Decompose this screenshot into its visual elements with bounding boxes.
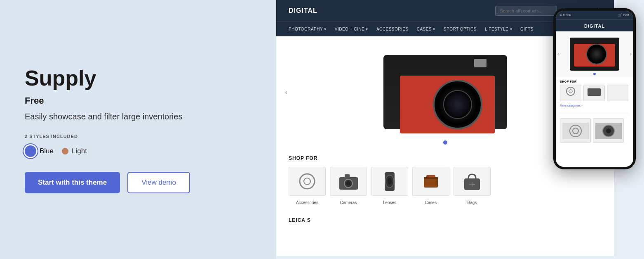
mobile-screen: ≡ Menu 🛒 Cart DIGITAL ‹ [556, 11, 633, 167]
mobile-logo: DIGITAL [584, 24, 605, 29]
leica-cam-2 [593, 118, 624, 143]
start-theme-button[interactable]: Start with this theme [25, 172, 120, 193]
mobile-cat-lenses[interactable] [607, 85, 628, 102]
mobile-category-row [560, 85, 629, 102]
theme-description: Easily showcase and filter large invento… [25, 112, 251, 121]
mobile-camera [570, 38, 619, 71]
view-demo-button[interactable]: View demo [127, 172, 190, 193]
left-panel: Supply Free Easily showcase and filter l… [0, 0, 276, 259]
svg-point-24 [606, 128, 611, 133]
svg-point-4 [346, 181, 350, 185]
mobile-shop-for-title: SHOP FOR [560, 80, 629, 83]
mobile-menu-label: ≡ Menu [560, 13, 571, 17]
svg-point-1 [304, 178, 310, 185]
nav-lifestyle[interactable]: LIFESTYLE ▾ [485, 27, 512, 31]
nav-sport-optics[interactable]: SPORT OPTICS [444, 27, 477, 31]
category-bags[interactable]: Bags [454, 167, 491, 206]
cam-viewfinder [474, 59, 487, 67]
cameras-img [330, 167, 367, 196]
leica-title: LEICA S [289, 217, 602, 223]
style-option-blue[interactable]: Blue [25, 145, 54, 157]
bags-label: Bags [468, 200, 477, 205]
bags-img [454, 167, 491, 196]
svg-point-15 [566, 87, 575, 95]
mobile-cat-cameras[interactable] [583, 85, 605, 102]
cases-label: Cases [425, 200, 437, 205]
mobile-preview: ≡ Menu 🛒 Cart DIGITAL ‹ [553, 8, 636, 169]
style-option-light[interactable]: Light [62, 147, 87, 155]
leica-section: LEICA S [276, 213, 614, 223]
svg-rect-11 [424, 177, 438, 179]
blue-dot [25, 145, 36, 157]
category-accessories[interactable]: Accessories [289, 167, 326, 206]
cases-img [412, 167, 449, 196]
mobile-accessories-img [560, 85, 581, 101]
nav-photography[interactable]: PHOTOGRAPHY ▾ [289, 27, 327, 31]
store-search-input[interactable] [495, 6, 557, 16]
mobile-hero: ‹ › [556, 31, 633, 77]
styles-label: 2 STYLES INCLUDED [25, 134, 251, 139]
mobile-carousel-left[interactable]: ‹ [557, 51, 559, 57]
mobile-more-categories[interactable]: More categories › [560, 104, 629, 107]
cameras-label: Cameras [340, 200, 357, 205]
leica-camera-row [560, 118, 629, 143]
blue-label: Blue [40, 147, 54, 155]
accessories-label: Accessories [296, 200, 318, 205]
svg-rect-17 [588, 88, 601, 96]
cam-body [383, 55, 507, 129]
lenses-label: Lenses [383, 200, 396, 205]
cam-lens-inner [443, 90, 472, 119]
nav-accessories[interactable]: ACCESSORIES [376, 27, 409, 31]
svg-point-8 [388, 178, 392, 185]
preview-container: DIGITAL 🔍 🛒 CART 1 PHOTOGRAPHY ▾ VIDEO +… [276, 0, 644, 259]
mobile-cart-label: 🛒 Cart [618, 13, 629, 17]
theme-title: Supply [25, 66, 251, 90]
mobile-divider [560, 113, 629, 113]
button-row: Start with this theme View demo [25, 172, 251, 193]
style-options: Blue Light [25, 145, 251, 157]
mobile-cameras-img [583, 85, 605, 101]
category-lenses[interactable]: Lenses [371, 167, 408, 206]
category-grid: Accessories Cameras Lenses [289, 167, 602, 206]
mobile-shop-for: SHOP FOR [556, 77, 633, 110]
right-panel: DIGITAL 🔍 🛒 CART 1 PHOTOGRAPHY ▾ VIDEO +… [276, 0, 644, 259]
nav-video[interactable]: VIDEO + CINE ▾ [335, 27, 368, 31]
camera-illustration [375, 43, 515, 142]
nav-cases[interactable]: CASES ▾ [417, 27, 435, 31]
nav-gifts[interactable]: GIFTS [520, 27, 534, 31]
leica-cam-1 [560, 118, 591, 143]
mobile-header: ≡ Menu 🛒 Cart [556, 11, 633, 19]
lenses-img [371, 167, 408, 196]
accessories-img [289, 167, 326, 196]
light-dot [62, 148, 68, 154]
carousel-dot [443, 140, 447, 145]
mobile-carousel-right[interactable]: › [630, 51, 632, 57]
mobile-lenses-img [607, 85, 628, 101]
theme-price: Free [25, 95, 251, 106]
carousel-arrow-left[interactable]: ‹ [280, 86, 292, 98]
mobile-cat-accessories[interactable] [560, 85, 581, 102]
light-label: Light [72, 147, 87, 155]
cam-lens [433, 80, 482, 129]
mobile-leica-section [556, 116, 633, 145]
mobile-logo-bar: DIGITAL [556, 19, 633, 31]
category-cameras[interactable]: Cameras [330, 167, 367, 206]
svg-point-16 [569, 90, 572, 93]
mobile-carousel-dot [593, 73, 596, 75]
category-cases[interactable]: Cases [412, 167, 449, 206]
store-logo: DIGITAL [289, 7, 317, 14]
svg-rect-5 [345, 174, 350, 178]
svg-point-0 [300, 174, 315, 189]
